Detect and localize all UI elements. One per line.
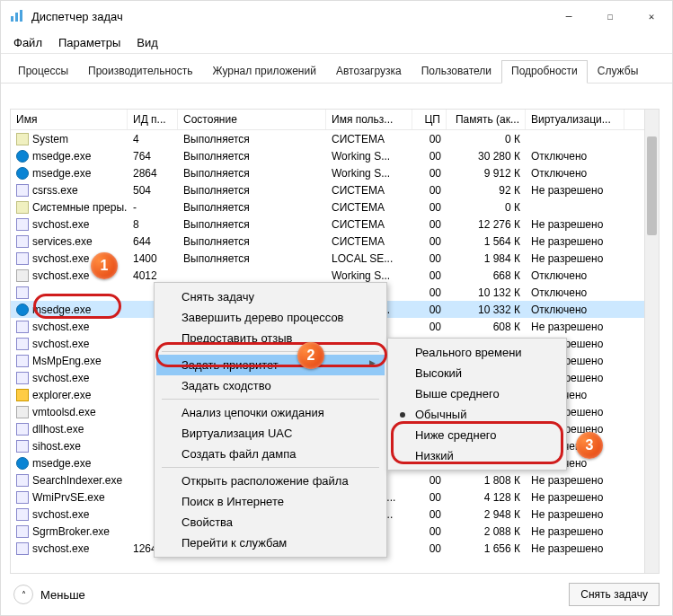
process-name: SgrmBroker.exe xyxy=(32,525,110,538)
table-row[interactable]: csrss.exe504ВыполняетсяСИСТЕМА0092 КНе р… xyxy=(11,181,659,198)
process-icon xyxy=(16,508,29,521)
priority-low[interactable]: Низкий xyxy=(390,445,564,466)
process-cpu: 00 xyxy=(412,133,447,145)
process-name: svchost.exe xyxy=(32,218,89,231)
menu-options[interactable]: Параметры xyxy=(58,36,120,49)
close-button[interactable]: ✕ xyxy=(631,1,672,31)
scrollbar[interactable] xyxy=(644,110,659,573)
status-bar: ˄ Меньше Снять задачу xyxy=(1,574,672,615)
process-memory: 0 К xyxy=(447,133,526,145)
ctx-properties[interactable]: Свойства xyxy=(156,512,385,532)
process-memory: 0 К xyxy=(447,201,526,214)
process-name: sihost.exe xyxy=(32,440,81,453)
process-icon xyxy=(16,252,29,265)
process-virtualization: Не разрешено xyxy=(526,218,624,231)
table-row[interactable]: svchost.exe8ВыполняетсяСИСТЕМА0012 276 К… xyxy=(11,216,659,233)
priority-normal[interactable]: Обычный xyxy=(390,404,564,425)
fewer-details-button[interactable]: ˄ Меньше xyxy=(13,585,85,604)
ctx-create-dump[interactable]: Создать файл дампа xyxy=(156,444,385,464)
window-controls: ─ ☐ ✕ xyxy=(548,1,672,31)
process-cpu: 00 xyxy=(412,269,447,282)
tab-app-history[interactable]: Журнал приложений xyxy=(203,60,326,84)
ctx-open-location[interactable]: Открыть расположение файла xyxy=(156,471,385,491)
table-header: Имя ИД п... Состояние Имя польз... ЦП Па… xyxy=(11,110,659,130)
process-memory: 10 332 К xyxy=(447,304,526,316)
process-status: Выполняется xyxy=(178,184,326,197)
process-cpu: 00 xyxy=(412,167,447,180)
process-virtualization: Не разрешено xyxy=(526,184,624,197)
process-name: csrss.exe xyxy=(32,184,78,197)
priority-realtime[interactable]: Реального времени xyxy=(390,342,564,363)
ctx-set-priority[interactable]: Задать приоритет xyxy=(156,355,385,375)
process-cpu: 00 xyxy=(412,150,447,163)
table-row[interactable]: services.exe644ВыполняетсяСИСТЕМА001 564… xyxy=(11,233,659,250)
col-name[interactable]: Имя xyxy=(11,110,128,129)
process-virtualization: Не разрешено xyxy=(526,321,624,333)
ctx-search-online[interactable]: Поиск в Интернете xyxy=(156,491,385,512)
process-memory: 9 912 К xyxy=(447,167,526,180)
table-row[interactable]: msedge.exe2864ВыполняетсяWorking S...009… xyxy=(11,164,659,181)
process-memory: 668 К xyxy=(447,269,526,282)
priority-submenu: Реального времени Высокий Выше среднего … xyxy=(387,338,567,471)
col-user[interactable]: Имя польз... xyxy=(326,110,412,129)
process-status: Выполняется xyxy=(178,252,326,265)
process-virtualization: Не разрешено xyxy=(526,525,624,538)
tab-startup[interactable]: Автозагрузка xyxy=(326,60,412,84)
table-row[interactable]: Системные преры...-ВыполняетсяСИСТЕМА000… xyxy=(11,198,659,216)
process-virtualization: Отключено xyxy=(526,150,624,163)
svg-rect-2 xyxy=(20,10,22,22)
process-icon xyxy=(16,167,29,180)
priority-above-normal[interactable]: Выше среднего xyxy=(390,383,564,404)
ctx-set-affinity[interactable]: Задать сходство xyxy=(156,375,385,396)
col-pid[interactable]: ИД п... xyxy=(128,110,178,129)
tab-users[interactable]: Пользователи xyxy=(412,60,501,84)
tab-performance[interactable]: Производительность xyxy=(78,60,202,84)
ctx-end-task[interactable]: Снять задачу xyxy=(156,286,385,307)
process-memory: 4 128 К xyxy=(447,491,526,504)
process-pid: 644 xyxy=(128,235,178,248)
tab-processes[interactable]: Процессы xyxy=(8,60,78,84)
process-virtualization: Не разрешено xyxy=(526,491,624,504)
process-icon xyxy=(16,525,29,538)
callout-badge-1: 1 xyxy=(91,252,118,279)
col-status[interactable]: Состояние xyxy=(178,110,326,129)
menu-file[interactable]: Файл xyxy=(13,36,42,49)
process-user: СИСТЕМА xyxy=(326,133,412,145)
col-cpu[interactable]: ЦП xyxy=(412,110,447,129)
tab-services[interactable]: Службы xyxy=(588,60,648,84)
priority-high[interactable]: Высокий xyxy=(390,363,564,383)
maximize-button[interactable]: ☐ xyxy=(589,1,631,31)
ctx-uac-virtualization[interactable]: Виртуализация UAC xyxy=(156,423,385,444)
process-icon xyxy=(16,406,29,418)
ctx-analyze-wait[interactable]: Анализ цепочки ожидания xyxy=(156,402,385,423)
ctx-goto-services[interactable]: Перейти к службам xyxy=(156,532,385,553)
process-icon xyxy=(16,491,29,504)
process-memory: 608 К xyxy=(447,321,526,333)
process-pid: 764 xyxy=(128,150,178,163)
process-icon xyxy=(16,474,29,487)
priority-below-normal[interactable]: Ниже среднего xyxy=(390,425,564,445)
ctx-end-tree[interactable]: Завершить дерево процессов xyxy=(156,307,385,328)
tab-details[interactable]: Подробности xyxy=(501,60,588,84)
menu-view[interactable]: Вид xyxy=(137,36,158,49)
process-memory: 1 656 К xyxy=(447,542,526,555)
process-icon xyxy=(16,372,29,384)
process-memory: 12 276 К xyxy=(447,218,526,231)
svg-rect-1 xyxy=(15,13,18,22)
process-name: svchost.exe xyxy=(32,321,89,333)
ctx-feedback[interactable]: Предоставить отзыв xyxy=(156,328,385,348)
col-memory[interactable]: Память (ак... xyxy=(447,110,526,129)
process-pid: 8 xyxy=(128,218,178,231)
process-icon xyxy=(16,201,29,214)
scroll-thumb[interactable] xyxy=(647,136,657,235)
minimize-button[interactable]: ─ xyxy=(548,1,589,31)
end-task-button[interactable]: Снять задачу xyxy=(569,583,660,606)
svg-rect-0 xyxy=(11,16,13,22)
table-row[interactable]: System4ВыполняетсяСИСТЕМА000 К xyxy=(11,130,659,147)
col-virtualization[interactable]: Виртуализаци... xyxy=(526,110,624,129)
process-user: LOCAL SE... xyxy=(326,252,412,265)
table-row[interactable]: msedge.exe764ВыполняетсяWorking S...0030… xyxy=(11,147,659,164)
process-pid: 4012 xyxy=(128,269,178,282)
process-cpu: 00 xyxy=(412,252,447,265)
process-virtualization: Не разрешено xyxy=(526,252,624,265)
